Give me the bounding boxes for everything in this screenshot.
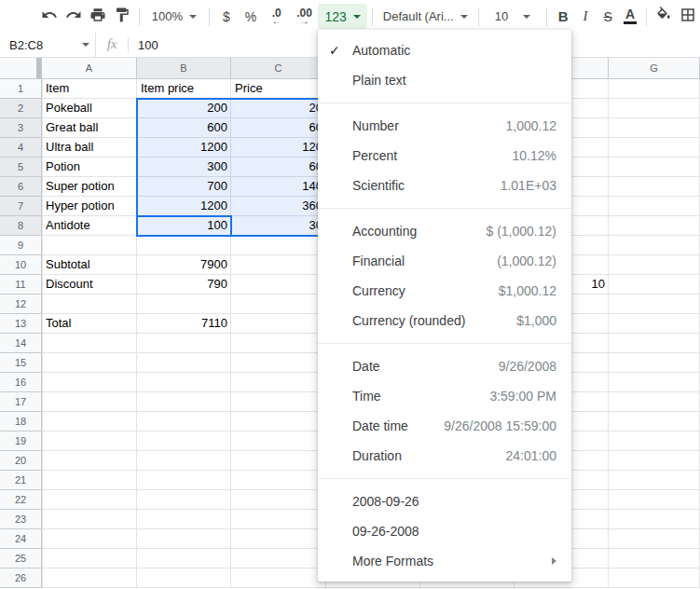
row-header-23[interactable]: 23 [0,510,42,529]
menu-item-label: Percent [352,148,397,163]
font-family-select[interactable]: Default (Ari... [377,4,474,29]
undo-button[interactable] [37,4,62,29]
row-header-25[interactable]: 25 [0,549,42,568]
cell-A6[interactable]: Super potion [42,177,137,197]
cell-C5[interactable]: 60 [231,158,326,177]
print-button[interactable] [86,4,110,29]
menu-item-more-formats[interactable]: More Formats [318,546,571,576]
menu-item-currency-rounded[interactable]: Currency (rounded)$1,000 [318,306,571,336]
menu-item-09-26-2008[interactable]: 09-26-2008 [318,516,571,546]
row-header-21[interactable]: 21 [0,471,42,490]
cell-B4[interactable]: 1200 [137,138,231,158]
menu-item-automatic[interactable]: ✓Automatic [318,35,571,65]
row-header-1[interactable]: 1 [0,79,42,99]
cell-A8[interactable]: Antidote [42,216,137,236]
cell-B1[interactable]: Item price [137,79,231,99]
cell-B6[interactable]: 700 [137,177,231,197]
cell-A5[interactable]: Potion [42,158,137,177]
redo-icon [65,7,82,26]
row-header-9[interactable]: 9 [0,236,42,255]
redo-button[interactable] [62,4,86,29]
cell-B13[interactable]: 7110 [137,314,231,334]
column-header-G[interactable]: G [609,58,700,79]
cell-C4[interactable]: 120 [231,138,326,158]
chevron-down-icon [523,15,530,19]
menu-item-time[interactable]: Time3:59:00 PM [318,381,571,411]
row-header-24[interactable]: 24 [0,529,42,549]
menu-item-accounting[interactable]: Accounting$ (1,000.12) [318,216,571,246]
menu-item-scientific[interactable]: Scientific1.01E+03 [318,171,571,200]
select-all-corner[interactable] [0,58,42,79]
paint-format-button[interactable] [110,4,134,29]
row-header-12[interactable]: 12 [0,294,42,314]
cell-B7[interactable]: 1200 [137,197,231,216]
format-percent-button[interactable]: % [239,4,263,29]
row-header-19[interactable]: 19 [0,431,42,451]
cell-B2[interactable]: 200 [137,99,231,118]
bold-button[interactable]: B [552,4,574,29]
menu-item-percent[interactable]: Percent10.12% [318,141,571,171]
italic-button[interactable]: I [574,4,597,29]
increase-decimal-button[interactable]: .00 → [291,4,319,29]
row-header-8[interactable]: 8 [0,216,42,236]
cell-A4[interactable]: Ultra ball [42,138,137,158]
row-header-7[interactable]: 7 [0,197,42,216]
column-header-B[interactable]: B [137,58,231,79]
cell-C8[interactable]: 30 [231,216,326,236]
cell-B11[interactable]: 790 [137,275,231,294]
format-currency-button[interactable]: $ [214,4,239,29]
menu-item-2008-09-26[interactable]: 2008-09-26 [318,486,571,516]
menu-item-date[interactable]: Date9/26/2008 [318,351,571,381]
row-header-17[interactable]: 17 [0,392,42,412]
menu-item-number[interactable]: Number1,000.12 [318,111,571,141]
row-header-16[interactable]: 16 [0,373,42,392]
row-header-11[interactable]: 11 [0,275,42,294]
cell-A1[interactable]: Item [42,79,137,99]
column-header-A[interactable]: A [42,58,137,79]
row-header-13[interactable]: 13 [0,314,42,334]
cell-A7[interactable]: Hyper potion [42,197,137,216]
row-header-22[interactable]: 22 [0,490,42,510]
row-header-18[interactable]: 18 [0,412,42,431]
menu-item-currency[interactable]: Currency$1,000.12 [318,276,571,306]
row-header-6[interactable]: 6 [0,177,42,197]
row-header-3[interactable]: 3 [0,118,42,138]
borders-button[interactable] [676,4,700,29]
toolbar-divider [209,7,210,26]
row-header-2[interactable]: 2 [0,99,42,118]
cell-C7[interactable]: 360 [231,197,326,216]
decrease-decimal-button[interactable]: .0 ← [263,4,291,29]
row-header-20[interactable]: 20 [0,451,42,471]
cell-B5[interactable]: 300 [137,158,231,177]
fill-color-button[interactable] [652,4,676,29]
menu-item-date-time[interactable]: Date time9/26/2008 15:59:00 [318,411,571,441]
row-header-4[interactable]: 4 [0,138,42,158]
cell-B8[interactable]: 100 [137,216,231,236]
menu-item-duration[interactable]: Duration24:01:00 [318,441,571,471]
row-header-10[interactable]: 10 [0,255,42,275]
zoom-select[interactable]: 100% [144,4,204,29]
cell-A11[interactable]: Discount [42,275,137,294]
cell-A3[interactable]: Great ball [42,118,137,138]
cell-A10[interactable]: Subtotal [42,255,137,275]
cell-C2[interactable]: 20 [231,99,326,118]
strikethrough-button[interactable]: S [597,4,619,29]
menu-item-financial[interactable]: Financial(1,000.12) [318,246,571,276]
row-header-5[interactable]: 5 [0,158,42,177]
cell-B3[interactable]: 600 [137,118,231,138]
font-size-select[interactable]: 10 [484,4,542,29]
cell-C6[interactable]: 140 [231,177,326,197]
text-color-button[interactable]: A [619,4,641,29]
cell-B10[interactable]: 7900 [137,255,231,275]
cell-C3[interactable]: 60 [231,118,326,138]
column-header-C[interactable]: C [231,58,326,79]
row-header-15[interactable]: 15 [0,353,42,373]
number-format-button[interactable]: 123 [318,4,366,29]
cell-A2[interactable]: Pokeball [42,99,137,118]
menu-item-plain-text[interactable]: Plain text [318,65,571,95]
row-header-14[interactable]: 14 [0,334,42,353]
name-box[interactable]: B2:C8 [0,38,95,52]
row-header-26[interactable]: 26 [0,568,42,588]
cell-A13[interactable]: Total [42,314,137,334]
cell-C1[interactable]: Price [231,79,326,99]
